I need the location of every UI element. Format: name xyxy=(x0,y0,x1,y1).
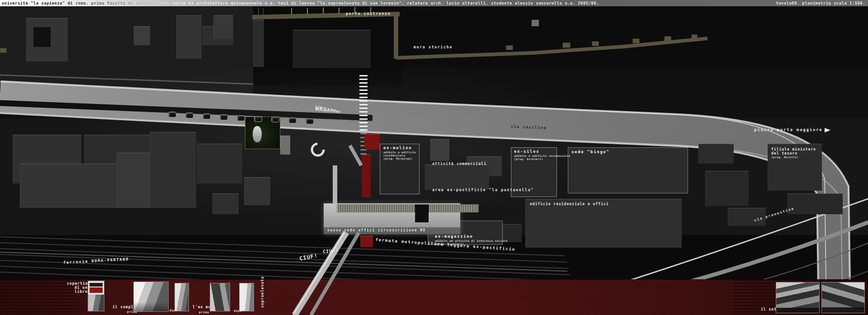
underpass-photo-2 xyxy=(821,282,865,313)
piazza-porta-maggiore-label: piazza porta maggiore xyxy=(754,127,830,132)
sede-bingo-label: sede "bingo" xyxy=(571,150,609,154)
mulino-prima-photo xyxy=(210,283,230,311)
filiale-ministero-sublabel: (prog. Moretti) xyxy=(771,155,798,159)
ex-mulino-sublabel: adibito a edificio residenziale (prog. M… xyxy=(383,150,416,160)
ex-magazzino-label: ex-magazzino xyxy=(435,234,473,239)
sheet-title: tavola00. planimetria scala 1:500. xyxy=(776,1,865,5)
ex-silos-label: ex-silos xyxy=(514,149,539,154)
title-bar: università "la sapienza" di roma. prima … xyxy=(0,0,868,7)
complesso-dopo-photo xyxy=(175,283,189,311)
underpass-photo-1 xyxy=(776,282,820,313)
train-sound-letter: H xyxy=(338,110,341,113)
ex-mulino-label: ex-mulino xyxy=(383,146,412,150)
attivita-commerciali-label: attività commerciali xyxy=(432,162,486,166)
book-red-block xyxy=(90,287,103,293)
ex-silos-sublabel: adibito a edificio residenziale (prog. A… xyxy=(514,154,570,160)
sopraelevata-caption: sopraelevata xyxy=(260,281,264,308)
filiale-ministero-label: filiale ministero del tesoro xyxy=(771,147,816,155)
piazza-porta-maggiore-text: piazza porta maggiore xyxy=(754,127,823,132)
book-photo-block xyxy=(88,295,104,311)
area-pastificio-label: area ex-pastificio "la pantanella" xyxy=(432,188,534,192)
edificio-residenziale-label: edificio residenziale e uffici xyxy=(530,202,609,206)
porta-castrense-label: porta castrense xyxy=(346,12,391,16)
direction-arrow-icon xyxy=(825,128,830,132)
book-cover-photo xyxy=(88,281,104,311)
nuova-sede-label: nuova sede uffici circoscrizione N9 xyxy=(327,228,426,232)
tavola-planimetria: università "la sapienza" di roma. prima … xyxy=(0,0,868,315)
copertina-caption: copertina di un libro xyxy=(67,282,88,294)
prima-caption-2: prima xyxy=(199,310,209,314)
mura-storiche-label: mura storiche xyxy=(414,45,453,49)
complesso-prima-photo xyxy=(133,282,169,312)
title-bar-text: università "la sapienza" di roma. prima … xyxy=(0,0,868,6)
book-title-block xyxy=(90,283,103,287)
ex-magazzino-sublabel: adibito ad attività di interesse sociale… xyxy=(435,239,508,245)
mulino-dopo-photo xyxy=(239,283,254,311)
thesis-title: università "la sapienza" di roma. prima … xyxy=(2,1,599,5)
